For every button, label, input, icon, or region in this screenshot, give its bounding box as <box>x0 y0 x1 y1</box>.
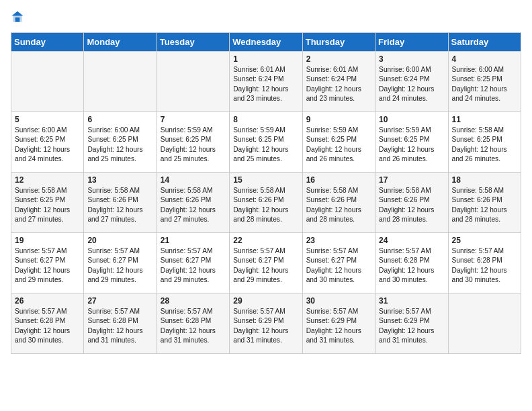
day-info: Sunrise: 6:00 AM Sunset: 6:25 PM Dayligh… <box>15 126 80 164</box>
day-info: Sunrise: 5:58 AM Sunset: 6:26 PM Dayligh… <box>452 186 517 224</box>
calendar-cell: 9Sunrise: 5:59 AM Sunset: 6:25 PM Daylig… <box>302 112 375 173</box>
calendar-week-2: 5Sunrise: 6:00 AM Sunset: 6:25 PM Daylig… <box>11 112 521 173</box>
calendar-cell: 18Sunrise: 5:58 AM Sunset: 6:26 PM Dayli… <box>448 173 521 233</box>
day-info: Sunrise: 5:57 AM Sunset: 6:27 PM Dayligh… <box>233 246 298 285</box>
day-number: 2 <box>306 54 371 64</box>
calendar-cell: 5Sunrise: 6:00 AM Sunset: 6:25 PM Daylig… <box>11 112 84 173</box>
calendar-cell: 31Sunrise: 5:57 AM Sunset: 6:29 PM Dayli… <box>375 293 448 354</box>
calendar-body: 1Sunrise: 6:01 AM Sunset: 6:24 PM Daylig… <box>11 52 521 354</box>
calendar-cell: 30Sunrise: 5:57 AM Sunset: 6:29 PM Dayli… <box>302 293 375 354</box>
calendar-cell: 24Sunrise: 5:57 AM Sunset: 6:28 PM Dayli… <box>375 233 448 293</box>
weekday-header-sunday: Sunday <box>11 33 84 52</box>
header-area <box>11 11 521 24</box>
day-info: Sunrise: 5:57 AM Sunset: 6:27 PM Dayligh… <box>15 246 80 285</box>
day-info: Sunrise: 5:58 AM Sunset: 6:26 PM Dayligh… <box>161 186 226 224</box>
day-number: 3 <box>379 54 444 64</box>
day-info: Sunrise: 5:59 AM Sunset: 6:25 PM Dayligh… <box>161 126 226 164</box>
day-number: 6 <box>87 115 152 124</box>
day-number: 13 <box>87 175 152 185</box>
day-number: 9 <box>306 115 371 124</box>
day-number: 7 <box>161 115 226 124</box>
day-number: 4 <box>452 54 517 64</box>
day-info: Sunrise: 5:59 AM Sunset: 6:25 PM Dayligh… <box>306 126 371 164</box>
day-number: 11 <box>452 115 517 124</box>
day-number: 31 <box>379 296 444 306</box>
weekday-row: SundayMondayTuesdayWednesdayThursdayFrid… <box>11 33 521 52</box>
day-info: Sunrise: 5:57 AM Sunset: 6:29 PM Dayligh… <box>379 307 444 345</box>
calendar-cell: 26Sunrise: 5:57 AM Sunset: 6:28 PM Dayli… <box>11 293 84 354</box>
weekday-header-tuesday: Tuesday <box>157 33 229 52</box>
calendar-cell: 17Sunrise: 5:58 AM Sunset: 6:26 PM Dayli… <box>375 173 448 233</box>
calendar-cell: 23Sunrise: 5:57 AM Sunset: 6:27 PM Dayli… <box>302 233 375 293</box>
day-number: 15 <box>233 175 298 185</box>
day-info: Sunrise: 5:57 AM Sunset: 6:27 PM Dayligh… <box>87 246 152 285</box>
calendar-cell: 11Sunrise: 5:58 AM Sunset: 6:25 PM Dayli… <box>448 112 521 173</box>
day-info: Sunrise: 5:58 AM Sunset: 6:26 PM Dayligh… <box>379 186 444 224</box>
day-info: Sunrise: 6:00 AM Sunset: 6:25 PM Dayligh… <box>87 126 152 164</box>
calendar-cell: 25Sunrise: 5:57 AM Sunset: 6:28 PM Dayli… <box>448 233 521 293</box>
day-info: Sunrise: 5:58 AM Sunset: 6:26 PM Dayligh… <box>87 186 152 224</box>
calendar-cell: 21Sunrise: 5:57 AM Sunset: 6:27 PM Dayli… <box>157 233 229 293</box>
day-number: 12 <box>15 175 80 185</box>
calendar-week-4: 19Sunrise: 5:57 AM Sunset: 6:27 PM Dayli… <box>11 233 521 293</box>
weekday-header-monday: Monday <box>84 33 157 52</box>
day-number: 17 <box>379 175 444 185</box>
day-info: Sunrise: 6:01 AM Sunset: 6:24 PM Dayligh… <box>306 65 371 103</box>
day-number: 21 <box>161 236 226 245</box>
calendar-cell <box>448 293 521 354</box>
day-number: 8 <box>233 115 298 124</box>
calendar-cell: 12Sunrise: 5:58 AM Sunset: 6:25 PM Dayli… <box>11 173 84 233</box>
calendar-week-3: 12Sunrise: 5:58 AM Sunset: 6:25 PM Dayli… <box>11 173 521 233</box>
calendar-cell: 27Sunrise: 5:57 AM Sunset: 6:28 PM Dayli… <box>84 293 157 354</box>
calendar-cell: 22Sunrise: 5:57 AM Sunset: 6:27 PM Dayli… <box>230 233 302 293</box>
day-number: 22 <box>233 236 298 245</box>
calendar-cell: 20Sunrise: 5:57 AM Sunset: 6:27 PM Dayli… <box>84 233 157 293</box>
day-info: Sunrise: 6:01 AM Sunset: 6:24 PM Dayligh… <box>233 65 298 103</box>
day-info: Sunrise: 5:57 AM Sunset: 6:28 PM Dayligh… <box>452 246 517 285</box>
calendar-cell: 29Sunrise: 5:57 AM Sunset: 6:29 PM Dayli… <box>230 293 302 354</box>
day-number: 26 <box>15 296 80 306</box>
day-info: Sunrise: 5:57 AM Sunset: 6:28 PM Dayligh… <box>161 307 226 345</box>
day-number: 10 <box>379 115 444 124</box>
weekday-header-saturday: Saturday <box>448 33 521 52</box>
day-number: 28 <box>161 296 226 306</box>
calendar-cell: 8Sunrise: 5:59 AM Sunset: 6:25 PM Daylig… <box>230 112 302 173</box>
day-number: 18 <box>452 175 517 185</box>
weekday-header-friday: Friday <box>375 33 448 52</box>
day-number: 14 <box>161 175 226 185</box>
day-number: 27 <box>87 296 152 306</box>
day-info: Sunrise: 5:57 AM Sunset: 6:28 PM Dayligh… <box>15 307 80 345</box>
weekday-header-wednesday: Wednesday <box>230 33 302 52</box>
calendar-cell: 14Sunrise: 5:58 AM Sunset: 6:26 PM Dayli… <box>157 173 229 233</box>
day-info: Sunrise: 5:57 AM Sunset: 6:29 PM Dayligh… <box>306 307 371 345</box>
logo <box>11 11 27 24</box>
calendar-cell: 28Sunrise: 5:57 AM Sunset: 6:28 PM Dayli… <box>157 293 229 354</box>
day-info: Sunrise: 5:57 AM Sunset: 6:27 PM Dayligh… <box>161 246 226 285</box>
calendar-cell: 13Sunrise: 5:58 AM Sunset: 6:26 PM Dayli… <box>84 173 157 233</box>
calendar-week-5: 26Sunrise: 5:57 AM Sunset: 6:28 PM Dayli… <box>11 293 521 354</box>
calendar-cell: 10Sunrise: 5:59 AM Sunset: 6:25 PM Dayli… <box>375 112 448 173</box>
calendar-week-1: 1Sunrise: 6:01 AM Sunset: 6:24 PM Daylig… <box>11 52 521 112</box>
day-number: 16 <box>306 175 371 185</box>
calendar-cell: 2Sunrise: 6:01 AM Sunset: 6:24 PM Daylig… <box>302 52 375 112</box>
day-number: 24 <box>379 236 444 245</box>
calendar-cell <box>11 52 84 112</box>
day-info: Sunrise: 5:58 AM Sunset: 6:26 PM Dayligh… <box>233 186 298 224</box>
day-number: 25 <box>452 236 517 245</box>
calendar-cell: 7Sunrise: 5:59 AM Sunset: 6:25 PM Daylig… <box>157 112 229 173</box>
day-info: Sunrise: 5:57 AM Sunset: 6:28 PM Dayligh… <box>379 246 444 285</box>
day-info: Sunrise: 5:57 AM Sunset: 6:29 PM Dayligh… <box>233 307 298 345</box>
weekday-header-thursday: Thursday <box>302 33 375 52</box>
calendar-cell: 6Sunrise: 6:00 AM Sunset: 6:25 PM Daylig… <box>84 112 157 173</box>
day-number: 23 <box>306 236 371 245</box>
calendar-cell: 1Sunrise: 6:01 AM Sunset: 6:24 PM Daylig… <box>230 52 302 112</box>
day-number: 29 <box>233 296 298 306</box>
day-info: Sunrise: 6:00 AM Sunset: 6:25 PM Dayligh… <box>452 65 517 103</box>
day-number: 19 <box>15 236 80 245</box>
logo-icon <box>11 11 24 24</box>
svg-marker-0 <box>12 11 24 16</box>
calendar-cell: 3Sunrise: 6:00 AM Sunset: 6:24 PM Daylig… <box>375 52 448 112</box>
day-info: Sunrise: 5:59 AM Sunset: 6:25 PM Dayligh… <box>379 126 444 164</box>
day-info: Sunrise: 5:57 AM Sunset: 6:28 PM Dayligh… <box>87 307 152 345</box>
calendar-header: SundayMondayTuesdayWednesdayThursdayFrid… <box>11 33 521 52</box>
